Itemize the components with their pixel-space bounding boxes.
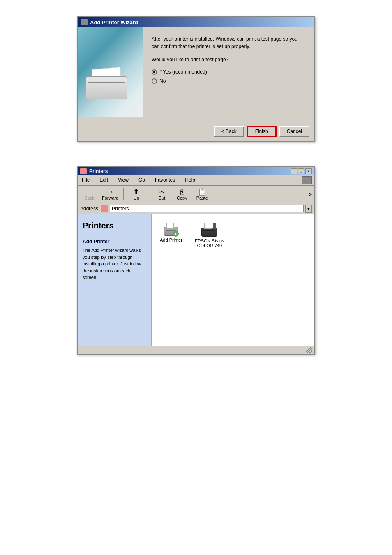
toolbar-back-label: Back bbox=[84, 196, 94, 200]
finish-button[interactable]: Finish bbox=[247, 126, 276, 137]
resize-grip[interactable] bbox=[306, 347, 312, 353]
maximize-button[interactable]: □ bbox=[298, 168, 304, 174]
toolbar-forward[interactable]: → Forward bbox=[100, 187, 120, 201]
toolbar-sep-2 bbox=[149, 188, 149, 200]
back-icon: ← bbox=[86, 188, 93, 196]
printers-title: Printers bbox=[89, 168, 108, 174]
address-printer-icon bbox=[101, 205, 108, 212]
radio-no-circle[interactable] bbox=[152, 78, 157, 84]
printers-addressbar: Address Printers ▼ bbox=[78, 203, 314, 214]
toolbar-back[interactable]: ← Back bbox=[80, 187, 99, 201]
address-dropdown[interactable]: ▼ bbox=[305, 205, 312, 213]
sidebar-section-title: Add Printer bbox=[83, 239, 146, 244]
printers-left-panel: Printers Add Printer The Add Printer wiz… bbox=[78, 214, 152, 346]
wizard-titlebar: Add Printer Wizard bbox=[78, 17, 314, 27]
radio-yes-item[interactable]: YYes (recommended) bbox=[152, 69, 306, 75]
toolbar-more[interactable]: » bbox=[309, 191, 312, 197]
printers-icons-row: + Add Printer bbox=[160, 223, 306, 248]
wizard-title: Add Printer Wizard bbox=[90, 19, 138, 25]
printers-large-title: Printers bbox=[83, 221, 146, 230]
radio-no-label: No bbox=[159, 78, 166, 84]
close-button[interactable]: × bbox=[305, 168, 312, 174]
menu-go[interactable]: Go bbox=[137, 176, 147, 184]
toolbar-copy-label: Copy bbox=[177, 196, 187, 200]
menu-view[interactable]: View bbox=[116, 176, 130, 184]
toolbar-sep-1 bbox=[123, 188, 124, 200]
menu-edit[interactable]: Edit bbox=[98, 176, 110, 184]
radio-yes-label: YYes (recommended) bbox=[159, 69, 207, 75]
forward-icon: → bbox=[106, 188, 114, 196]
wizard-image bbox=[78, 27, 143, 117]
toolbar-copy[interactable]: ⎘ Copy bbox=[173, 187, 191, 201]
wizard-question: Would you like to print a test page? bbox=[152, 57, 306, 62]
wizard-title-icon bbox=[81, 19, 88, 25]
printers-content: Printers Add Printer The Add Printer wiz… bbox=[78, 214, 314, 346]
toolbar-up[interactable]: ⬆ Up bbox=[127, 187, 145, 201]
epson-printer-label: EPSON StylusCOLOR 740 bbox=[195, 238, 224, 248]
toolbar-up-label: Up bbox=[134, 196, 139, 200]
epson-printer-icon-item[interactable]: EPSON StylusCOLOR 740 bbox=[195, 223, 224, 248]
toolbar-forward-label: Forward bbox=[102, 196, 118, 200]
paste-icon: 📋 bbox=[198, 188, 207, 196]
menu-help[interactable]: Help bbox=[183, 176, 197, 184]
printers-title-icon bbox=[80, 168, 87, 174]
printer-body-image bbox=[86, 76, 127, 99]
printers-statusbar bbox=[78, 346, 314, 354]
add-printer-wizard: Add Printer Wizard After your printer is… bbox=[77, 16, 315, 142]
toolbar-icon-right bbox=[302, 176, 312, 184]
wizard-text-main: After your printer is installed, Windows… bbox=[152, 35, 306, 50]
menu-file[interactable]: File bbox=[80, 176, 91, 184]
cut-icon: ✂ bbox=[159, 188, 165, 196]
titlebar-left: Printers bbox=[80, 168, 108, 174]
copy-icon: ⎘ bbox=[180, 188, 184, 196]
menu-favorites[interactable]: Favorites bbox=[153, 176, 177, 184]
toolbar-cut[interactable]: ✂ Cut bbox=[152, 187, 171, 201]
sidebar-section-text: The Add Printer wizard walks you step-by… bbox=[83, 247, 146, 281]
printers-right-panel: + Add Printer bbox=[152, 214, 314, 346]
radio-no-item[interactable]: No bbox=[152, 78, 306, 84]
toolbar-paste[interactable]: 📋 Paste bbox=[193, 187, 211, 201]
radio-yes-circle[interactable] bbox=[152, 69, 157, 75]
wizard-buttons: < Back Finish Cancel bbox=[78, 122, 314, 141]
printers-toolbar: ← Back → Forward ⬆ Up ✂ Cut ⎘ Copy � bbox=[78, 186, 314, 203]
add-printer-icon: + bbox=[164, 223, 179, 236]
up-icon: ⬆ bbox=[133, 188, 139, 196]
address-label: Address bbox=[80, 206, 98, 212]
printers-menubar: File Edit View Go Favorites Help bbox=[78, 175, 314, 186]
epson-printer-icon bbox=[201, 223, 218, 237]
toolbar-paste-label: Paste bbox=[196, 196, 208, 200]
printers-window: Printers _ □ × File Edit View Go Favorit… bbox=[77, 166, 315, 355]
toolbar-cut-label: Cut bbox=[158, 196, 165, 200]
printers-titlebar: Printers _ □ × bbox=[78, 167, 314, 175]
back-button[interactable]: < Back bbox=[214, 126, 244, 137]
wizard-radio-group: YYes (recommended) No bbox=[152, 69, 306, 84]
wizard-content: After your printer is installed, Windows… bbox=[143, 27, 314, 117]
add-printer-icon-item[interactable]: + Add Printer bbox=[160, 223, 182, 242]
add-printer-label: Add Printer bbox=[160, 237, 182, 242]
address-input[interactable]: Printers bbox=[110, 205, 304, 212]
titlebar-controls: _ □ × bbox=[291, 168, 312, 174]
cancel-button[interactable]: Cancel bbox=[279, 126, 309, 137]
minimize-button[interactable]: _ bbox=[291, 168, 297, 174]
printer-slot-image bbox=[88, 82, 125, 83]
